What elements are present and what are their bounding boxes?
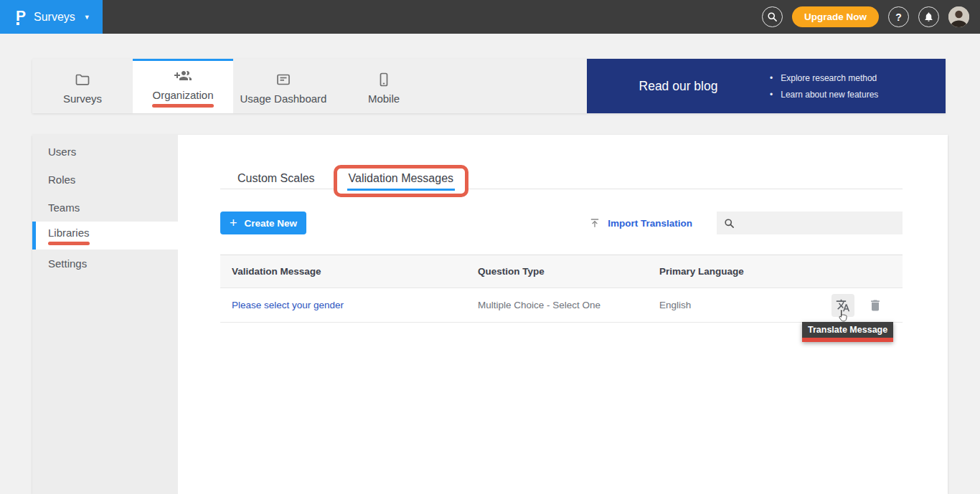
tab-custom-scales[interactable]: Custom Scales — [237, 172, 315, 185]
sidebar-item-roles[interactable]: Roles — [32, 166, 178, 194]
sidebar-item-label: Settings — [48, 257, 87, 270]
nav-tab-label: Surveys — [63, 92, 102, 105]
libraries-content: Custom Scales Validation Messages + Crea… — [220, 135, 903, 494]
bell-icon — [923, 11, 934, 22]
folder-icon — [74, 71, 91, 88]
translate-message-tooltip: Translate Message — [802, 322, 893, 342]
dashboard-icon — [275, 71, 292, 88]
create-new-label: Create New — [244, 218, 297, 229]
sidebar-item-label: Teams — [48, 201, 80, 214]
create-new-button[interactable]: + Create New — [220, 212, 306, 234]
blog-promo-banner[interactable]: Read our blog Explore research method Le… — [587, 59, 946, 113]
column-header-primary-language: Primary Language — [659, 266, 903, 277]
toolbar-right: Import Translation — [589, 212, 903, 234]
sidebar-item-users[interactable]: Users — [32, 138, 178, 166]
translate-message-button[interactable] — [831, 294, 854, 317]
import-translation-link[interactable]: Import Translation — [589, 217, 692, 229]
validation-messages-table: Validation Message Question Type Primary… — [220, 255, 903, 323]
annotation-box-validation-messages: Validation Messages — [334, 165, 468, 197]
notifications-button[interactable] — [918, 6, 939, 27]
avatar-photo — [948, 6, 969, 27]
product-switcher[interactable]: P Surveys ▼ — [0, 0, 103, 34]
table-search — [717, 212, 903, 234]
product-menu-label: Surveys — [34, 11, 75, 24]
chevron-down-icon: ▼ — [84, 14, 90, 21]
questionpro-logo: P — [16, 9, 26, 25]
row-actions — [831, 294, 904, 317]
tooltip-text: Translate Message — [802, 322, 893, 338]
search-button[interactable] — [762, 6, 783, 27]
delete-button[interactable] — [868, 298, 882, 313]
help-button[interactable]: ? — [888, 6, 909, 27]
nav-tab-label: Mobile — [368, 92, 400, 105]
sidebar-item-label: Roles — [48, 174, 75, 186]
topbar-actions: Upgrade Now ? — [762, 6, 980, 27]
top-bar: P Surveys ▼ Upgrade Now ? — [0, 0, 980, 34]
table-row: Please select your gender Multiple Choic… — [220, 288, 903, 323]
user-avatar[interactable] — [948, 6, 969, 27]
sidebar-item-settings[interactable]: Settings — [32, 250, 178, 277]
nav-tab-surveys[interactable]: Surveys — [32, 59, 133, 113]
sidebar-item-label: Libraries — [48, 227, 90, 245]
column-header-question-type: Question Type — [478, 266, 659, 277]
trash-icon — [868, 298, 882, 313]
promo-bullet: Learn about new features — [770, 90, 878, 100]
nav-tab-label: Usage Dashboard — [240, 92, 327, 105]
upload-icon — [589, 217, 600, 229]
question-type-cell: Multiple Choice - Select One — [478, 300, 659, 310]
sidebar-item-label: Users — [48, 146, 76, 158]
nav-tab-organization[interactable]: Organization — [133, 59, 233, 113]
plus-icon: + — [230, 217, 237, 229]
tab-validation-messages[interactable]: Validation Messages — [347, 172, 455, 191]
organization-sidebar: Users Roles Teams Libraries Settings — [32, 135, 178, 494]
search-input[interactable] — [740, 218, 903, 229]
import-translation-label: Import Translation — [608, 218, 692, 229]
sidebar-item-libraries[interactable]: Libraries — [32, 222, 178, 250]
promo-bullet: Explore research method — [770, 73, 878, 83]
upgrade-now-button[interactable]: Upgrade Now — [792, 6, 879, 27]
question-mark-icon: ? — [895, 11, 902, 23]
tooltip-annotation-underline — [802, 338, 893, 342]
nav-tab-usage-dashboard[interactable]: Usage Dashboard — [233, 59, 334, 113]
column-header-validation-message: Validation Message — [232, 266, 478, 277]
validation-message-link[interactable]: Please select your gender — [232, 300, 478, 310]
search-icon — [767, 11, 778, 22]
group-add-icon — [174, 67, 192, 85]
mobile-icon — [375, 71, 392, 88]
nav-tab-mobile[interactable]: Mobile — [334, 59, 434, 113]
promo-bullet-list: Explore research method Learn about new … — [770, 73, 878, 100]
nav-tab-label: Organization — [152, 89, 213, 108]
library-tabs: Custom Scales Validation Messages — [220, 165, 468, 197]
sidebar-item-teams[interactable]: Teams — [32, 194, 178, 222]
table-header-row: Validation Message Question Type Primary… — [220, 255, 903, 288]
promo-title: Read our blog — [587, 79, 770, 94]
organization-panel: Users Roles Teams Libraries Settings Cus… — [32, 135, 948, 494]
search-icon — [724, 218, 735, 229]
toolbar: + Create New Import Translation — [220, 212, 903, 234]
module-nav-strip: Surveys Organization Usage Dashboard Mob… — [32, 59, 946, 113]
translate-icon — [836, 298, 850, 313]
primary-language-cell: English — [659, 300, 831, 310]
